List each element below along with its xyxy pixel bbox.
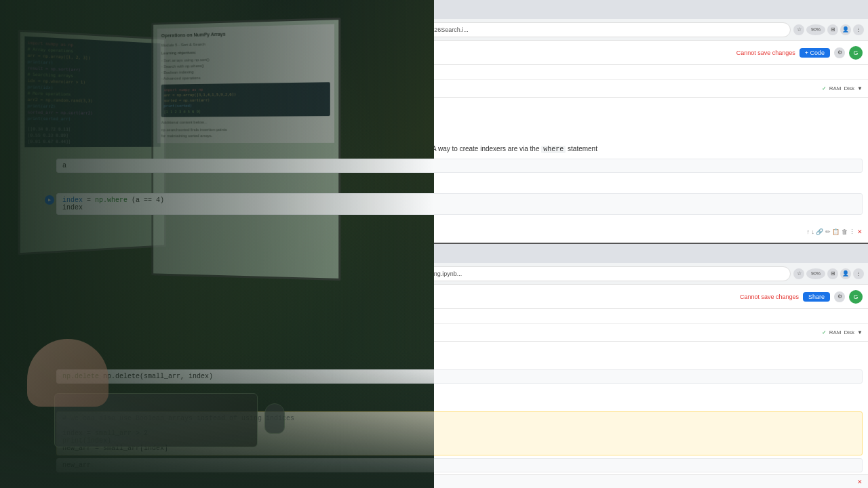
bottom-ram-disk: ✓ RAM Disk ▼ bbox=[822, 329, 863, 336]
code-cell-where[interactable]: ▶ index = np.where (a == 4) index bbox=[56, 193, 863, 215]
link-icon[interactable]: 🔗 bbox=[816, 228, 823, 235]
delete-icon[interactable]: 🗑 bbox=[842, 228, 848, 235]
left-monitor: import numpy as np # Array operations ar… bbox=[18, 30, 166, 256]
ram-label: RAM bbox=[829, 85, 842, 92]
bottom-extensions-icon[interactable]: ⊞ bbox=[827, 268, 838, 279]
profile-icon[interactable]: 👤 bbox=[840, 24, 851, 35]
bottom-ram-label: RAM bbox=[829, 329, 842, 336]
text-content-1b: . A way to create indexers are via the bbox=[429, 145, 541, 152]
extensions-icon[interactable]: ⊞ bbox=[827, 24, 838, 35]
bottom-user-avatar[interactable]: G bbox=[849, 290, 863, 304]
menu-icon[interactable]: ⋮ bbox=[853, 24, 864, 35]
left-monitor-content: import numpy as np # Array operations ar… bbox=[20, 32, 164, 152]
bottom-check-icon: ✓ bbox=[822, 329, 827, 336]
settings-icon[interactable]: ⚙ bbox=[834, 47, 845, 58]
run-btn-where[interactable]: ▶ bbox=[45, 195, 54, 205]
index-var2: index bbox=[62, 204, 83, 211]
bottom-disk-label: Disk bbox=[844, 329, 855, 336]
bottom-menu-icon[interactable]: ⋮ bbox=[853, 268, 864, 279]
top-browser-icons: ☆ 90% ⊞ 👤 ⋮ bbox=[793, 24, 864, 35]
zoom-level[interactable]: 90% bbox=[806, 24, 825, 35]
bottom-zoom-level[interactable]: 90% bbox=[806, 268, 825, 279]
disk-label: Disk bbox=[844, 85, 855, 92]
checkmark-icon: ✓ bbox=[822, 85, 827, 92]
bottom-status-close[interactable]: ✕ bbox=[857, 479, 863, 485]
user-avatar[interactable]: G bbox=[849, 46, 863, 60]
code-cell-19[interactable]: a bbox=[56, 159, 863, 173]
right-monitor-content: Operations on NumPy Arrays Module 5 - So… bbox=[153, 20, 338, 147]
share-btn[interactable]: + Code bbox=[800, 48, 830, 58]
bottom-share-btn[interactable]: Share bbox=[803, 292, 830, 302]
text-content-1c: statement bbox=[566, 145, 597, 152]
desk-area: // Will be rendered via CSS only bbox=[0, 352, 434, 488]
where-code: where bbox=[541, 146, 566, 153]
bottom-settings-icon[interactable]: ⚙ bbox=[834, 291, 845, 302]
right-monitor: Operations on NumPy Arrays Module 5 - So… bbox=[151, 18, 340, 281]
close-x-icon[interactable]: ✕ bbox=[857, 228, 863, 235]
bottom-browser-icons: ☆ 90% ⊞ 👤 ⋮ bbox=[793, 268, 864, 279]
bottom-colab-actions: Cannot save changes Share ⚙ G bbox=[740, 290, 863, 304]
top-colab-actions: Cannot save changes + Code ⚙ G bbox=[736, 46, 863, 60]
bottom-profile-icon[interactable]: 👤 bbox=[840, 268, 851, 279]
cell-action-icons: ↑ ↓ 🔗 ✏ 📋 🗑 ⋮ ✕ bbox=[806, 228, 863, 235]
bottom-cannot-save: Cannot save changes bbox=[740, 293, 799, 300]
ram-disk-indicator: ✓ RAM Disk ▼ bbox=[822, 85, 863, 92]
bottom-bookmark-icon[interactable]: ☆ bbox=[793, 268, 804, 279]
mouse bbox=[264, 403, 285, 434]
down-icon[interactable]: ↓ bbox=[811, 228, 814, 235]
eq-sign: = bbox=[87, 197, 95, 204]
bookmark-icon[interactable]: ☆ bbox=[793, 24, 804, 35]
edit-icon[interactable]: ✏ bbox=[825, 228, 831, 235]
bottom-connect-dropdown[interactable]: ▼ bbox=[857, 329, 863, 336]
where-args: (a == 4) bbox=[132, 197, 164, 204]
code-19-text: a bbox=[62, 162, 66, 169]
more-icon[interactable]: ⋮ bbox=[849, 228, 855, 235]
copy-icon[interactable]: 📋 bbox=[832, 228, 840, 235]
cannot-save-text: Cannot save changes bbox=[736, 49, 795, 56]
np-where: np.where bbox=[95, 197, 127, 204]
up-icon[interactable]: ↑ bbox=[806, 228, 810, 235]
connect-dropdown[interactable]: ▼ bbox=[857, 85, 863, 92]
index-var: index bbox=[62, 197, 83, 204]
